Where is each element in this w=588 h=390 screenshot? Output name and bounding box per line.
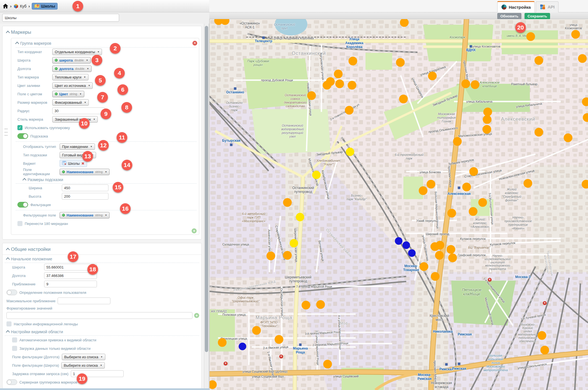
map-marker-orange[interactable] [462, 80, 470, 88]
checkbox[interactable] [12, 337, 17, 342]
map-marker-orange[interactable] [307, 91, 316, 100]
group-header[interactable]: Группа маркеров [16, 39, 197, 48]
toggle-switch[interactable] [17, 202, 28, 208]
dropdown[interactable]: При наведении▼ [60, 143, 95, 150]
checkbox[interactable] [17, 221, 22, 226]
text-input[interactable] [44, 281, 97, 287]
map-marker-orange[interactable] [471, 80, 480, 89]
map-marker-orange[interactable] [218, 338, 227, 347]
add-marker-group-button[interactable]: + [192, 228, 197, 233]
checkbox[interactable] [12, 346, 17, 351]
map-marker-orange[interactable] [283, 198, 292, 207]
map-marker-orange[interactable] [427, 180, 435, 189]
map-marker-orange[interactable] [448, 209, 456, 218]
panel-scrollbar-thumb[interactable] [205, 26, 208, 352]
map-marker-orange[interactable] [283, 251, 292, 260]
map-marker-orange[interactable] [524, 179, 532, 188]
map-marker-orange[interactable] [478, 198, 487, 207]
checkbox[interactable]: ✓ [17, 125, 22, 130]
map-marker-blue[interactable] [395, 237, 403, 245]
map-marker-orange[interactable] [267, 252, 275, 260]
map-marker-yellow[interactable] [296, 213, 304, 221]
map-marker-orange[interactable] [345, 106, 354, 115]
toggle-switch[interactable] [17, 133, 28, 139]
map-marker-orange[interactable] [323, 360, 332, 369]
map-marker-orange[interactable] [435, 251, 444, 260]
toggle-switch[interactable] [6, 290, 17, 295]
tab-api[interactable]: API [536, 1, 559, 12]
map-marker-orange[interactable] [252, 326, 261, 335]
checkbox[interactable] [6, 321, 12, 326]
remove-widget-icon[interactable]: ✖ [81, 161, 85, 166]
map-marker-orange[interactable] [538, 331, 546, 340]
dropdown[interactable]: Выберите из списка▼ [61, 362, 105, 369]
save-button[interactable]: Сохранить [525, 13, 550, 19]
text-input[interactable] [62, 193, 108, 200]
map-marker-orange[interactable] [571, 30, 580, 39]
map-marker-blue[interactable] [408, 249, 416, 257]
widget-chip[interactable]: Школы✖ [60, 160, 87, 167]
map-marker-orange[interactable] [448, 254, 457, 262]
map-marker-blue[interactable] [239, 343, 246, 350]
section-header-general[interactable]: Общие настройки [3, 244, 201, 255]
field-dropdown[interactable]: Наименованиеstring▼ [60, 169, 110, 175]
panel-scrollbar[interactable] [204, 24, 209, 390]
map-marker-orange[interactable] [399, 95, 408, 103]
map-marker-orange[interactable] [302, 301, 310, 310]
map-marker-orange[interactable] [348, 81, 357, 90]
map-marker-orange[interactable] [483, 115, 492, 124]
map-marker-orange[interactable] [541, 346, 549, 355]
map-marker-orange[interactable] [436, 241, 444, 250]
map-marker-orange[interactable] [431, 272, 440, 281]
map-canvas[interactable]: «Останкино» АСК-1Останкинский прудТелеце… [209, 19, 588, 390]
map-marker-orange[interactable] [453, 137, 462, 146]
map-marker-orange[interactable] [469, 207, 478, 216]
map-marker-orange[interactable] [335, 80, 344, 88]
map-marker-orange[interactable] [447, 245, 455, 254]
field-dropdown[interactable]: широтаdouble▼ [52, 57, 91, 64]
map-marker-orange[interactable] [564, 134, 573, 142]
dropdown[interactable]: Закрашенный кружок▼ [52, 116, 98, 123]
map-marker-yellow[interactable] [312, 171, 321, 179]
section-header-markers[interactable]: Маркеры [3, 27, 201, 37]
map-marker-orange[interactable] [316, 300, 325, 309]
map-marker-orange[interactable] [420, 262, 428, 271]
field-dropdown[interactable]: Наименованиеstring▼ [60, 212, 110, 218]
dropdown[interactable]: Отдельные координаты▼ [52, 49, 102, 55]
map-marker-orange[interactable] [483, 125, 491, 134]
map-marker-orange[interactable] [535, 56, 543, 65]
widget-name-input[interactable] [2, 14, 119, 22]
map-marker-orange[interactable] [428, 72, 437, 80]
toggle-switch[interactable] [6, 379, 17, 385]
map-marker-yellow[interactable] [290, 239, 298, 247]
dropdown[interactable]: Фиксированный▼ [52, 99, 89, 106]
text-input[interactable] [6, 312, 192, 319]
map-marker-orange[interactable] [469, 167, 478, 176]
map-marker-orange[interactable] [323, 81, 332, 90]
dropdown[interactable]: Цвет из источника▼ [52, 82, 93, 89]
breadcrumb-item-current[interactable]: Школы [32, 3, 58, 10]
map-marker-orange[interactable] [349, 57, 357, 66]
map-marker-orange[interactable] [396, 58, 405, 67]
tab-settings[interactable]: Настройка [497, 1, 535, 12]
home-icon[interactable] [3, 4, 8, 8]
text-input[interactable] [58, 297, 110, 304]
refresh-button[interactable]: Обновить [497, 13, 521, 19]
map-marker-orange[interactable] [526, 32, 535, 41]
map-marker-orange[interactable] [334, 70, 343, 78]
drag-handle-icon[interactable] [5, 129, 7, 136]
field-dropdown[interactable]: долготаdouble▼ [52, 66, 92, 72]
breadcrumb-item-cube[interactable]: Куб [13, 4, 26, 9]
add-button[interactable]: + [194, 313, 199, 318]
remove-group-button[interactable]: ✕ [192, 41, 197, 46]
map-marker-orange[interactable] [275, 335, 283, 344]
text-input[interactable] [62, 184, 108, 191]
map-marker-orange[interactable] [419, 186, 428, 195]
dropdown[interactable]: Тепловые круги▼ [52, 74, 88, 80]
map-marker-yellow[interactable] [346, 148, 354, 156]
map-marker-orange[interactable] [462, 183, 471, 191]
map-marker-blue[interactable] [403, 242, 410, 249]
text-input[interactable] [52, 107, 105, 114]
map-marker-orange[interactable] [535, 128, 543, 137]
map-marker-orange[interactable] [578, 54, 587, 63]
